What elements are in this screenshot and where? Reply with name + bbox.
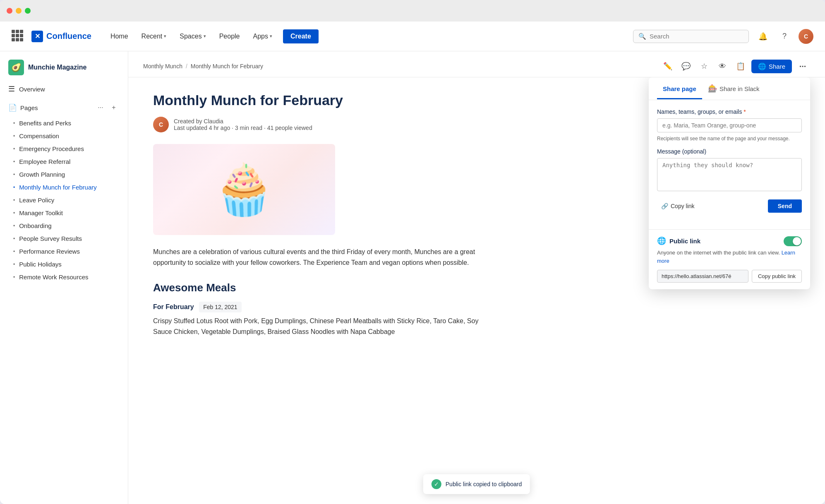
sidebar: 🥑 Munchie Magazine ☰ Overview 📄 Pages ··… — [0, 51, 128, 504]
share-hint: Recipients will see the name of the page… — [657, 136, 802, 142]
page-stats: Last updated 4 hr ago · 3 min read · 41 … — [174, 125, 312, 131]
nav-people[interactable]: People — [213, 29, 246, 43]
names-label: Names, teams, groups, or emails * — [657, 108, 802, 115]
date-badge: Feb 12, 2021 — [199, 302, 242, 312]
sidebar-pages-title: 📄 Pages — [8, 103, 38, 112]
content-area: Monthly Munch / Monthly Munch for Februa… — [128, 51, 825, 504]
navbar: ✕ Confluence Home Recent ▾ Spaces ▾ Peop… — [0, 22, 825, 51]
sidebar-item-benefits[interactable]: Benefits and Perks — [0, 117, 128, 130]
create-button[interactable]: Create — [283, 29, 319, 43]
nav-recent[interactable]: Recent ▾ — [136, 29, 173, 43]
meals-intro: For February Feb 12, 2021 — [153, 302, 484, 312]
meta-info: Created by Claudia Last updated 4 hr ago… — [174, 118, 312, 131]
comment-button[interactable]: 💬 — [679, 59, 693, 74]
send-button[interactable]: Send — [768, 199, 802, 213]
search-box[interactable]: 🔍 — [633, 30, 749, 43]
copy-button[interactable]: 📋 — [733, 59, 748, 74]
sidebar-item-emergency[interactable]: Emergency Procedures — [0, 142, 128, 155]
sidebar-item-manager[interactable]: Manager Toolkit — [0, 206, 128, 219]
space-header: 🥑 Munchie Magazine — [0, 51, 128, 80]
sidebar-item-leave[interactable]: Leave Policy — [0, 194, 128, 206]
help-button[interactable]: ? — [777, 29, 792, 44]
toast-message: Public link copied to clipboard — [446, 481, 522, 487]
cupcake-icon: 🧁 — [213, 161, 275, 219]
nav-apps[interactable]: Apps ▾ — [247, 29, 278, 43]
public-link-section: 🌐 Public link Anyone on the internet wit… — [649, 236, 810, 289]
sidebar-item-people-survey[interactable]: People Survey Results — [0, 232, 128, 245]
breadcrumb-parent[interactable]: Monthly Munch — [143, 63, 182, 70]
globe-icon: 🌐 — [758, 62, 766, 70]
share-tabs: Share page 🎰 Share in Slack — [649, 77, 810, 100]
public-link-title: Public link — [669, 238, 700, 245]
copy-link-button[interactable]: 🔗 Copy link — [657, 200, 699, 212]
spaces-chevron-icon: ▾ — [204, 34, 206, 39]
sidebar-item-referral[interactable]: Employee Referral — [0, 155, 128, 168]
page-featured-image: 🧁 — [153, 144, 335, 235]
nav-home[interactable]: Home — [105, 29, 134, 43]
pages-icon: 📄 — [8, 103, 17, 112]
sidebar-item-compensation[interactable]: Compensation — [0, 130, 128, 142]
breadcrumb: Monthly Munch / Monthly Munch for Februa… — [143, 63, 263, 70]
sidebar-items: Benefits and Perks Compensation Emergenc… — [0, 115, 128, 285]
sidebar-item-growth[interactable]: Growth Planning — [0, 168, 128, 181]
sidebar-item-monthly-munch[interactable]: Monthly Munch for February — [0, 181, 128, 194]
sidebar-item-performance[interactable]: Performance Reviews — [0, 245, 128, 258]
globe-icon: 🌐 — [657, 236, 666, 245]
toast-notification: ✓ Public link copied to clipboard — [423, 474, 530, 494]
link-icon: 🔗 — [661, 203, 668, 209]
watch-button[interactable]: 👁 — [715, 59, 730, 74]
search-input[interactable] — [650, 33, 743, 40]
sidebar-item-onboarding[interactable]: Onboarding — [0, 219, 128, 232]
sidebar-item-remote[interactable]: Remote Work Resources — [0, 271, 128, 283]
share-body: Names, teams, groups, or emails * Recipi… — [649, 100, 810, 229]
toggle-knob — [793, 237, 801, 245]
edit-button[interactable]: ✏️ — [660, 59, 675, 74]
message-textarea[interactable] — [657, 158, 802, 191]
app-window: ✕ Confluence Home Recent ▾ Spaces ▾ Peop… — [0, 0, 825, 504]
close-button[interactable] — [7, 8, 12, 14]
sidebar-item-holidays[interactable]: Public Holidays — [0, 258, 128, 271]
required-indicator: * — [743, 108, 746, 115]
recent-chevron-icon: ▾ — [164, 34, 166, 39]
names-input[interactable] — [657, 118, 802, 132]
public-link-header: 🌐 Public link — [657, 236, 802, 246]
page-body: Munches are a celebration of various cul… — [153, 247, 484, 337]
more-options-button[interactable]: ··· — [795, 59, 810, 74]
sidebar-pages-header: 📄 Pages ··· + — [0, 98, 128, 115]
breadcrumb-current: Monthly Munch for February — [191, 63, 263, 70]
overview-icon: ☰ — [8, 84, 15, 94]
public-link-row: https://hello.atlassian.net/67é Copy pub… — [657, 270, 802, 283]
logo-icon: ✕ — [31, 31, 43, 42]
user-avatar[interactable]: C — [799, 29, 813, 44]
author-label: Created by Claudia — [174, 118, 312, 125]
public-link-desc: Anyone on the internet with the public l… — [657, 249, 802, 265]
page-toolbar: Monthly Munch / Monthly Munch for Februa… — [128, 51, 825, 77]
tab-share-slack[interactable]: 🎰 Share in Slack — [702, 77, 765, 100]
title-bar — [0, 0, 825, 22]
sidebar-overview[interactable]: ☰ Overview — [0, 80, 128, 98]
section-title: Awesome Meals — [153, 279, 484, 297]
copy-public-link-button[interactable]: Copy public link — [752, 270, 802, 283]
public-link-toggle[interactable] — [784, 236, 802, 246]
space-name: Munchie Magazine — [28, 64, 86, 71]
author-avatar: C — [153, 117, 169, 132]
main-layout: 🥑 Munchie Magazine ☰ Overview 📄 Pages ··… — [0, 51, 825, 504]
public-link-title-area: 🌐 Public link — [657, 236, 700, 245]
nav-spaces[interactable]: Spaces ▾ — [174, 29, 211, 43]
sidebar-add-button[interactable]: + — [108, 102, 120, 113]
meals-list: Crispy Stuffed Lotus Root with Pork, Egg… — [153, 316, 484, 337]
notifications-button[interactable]: 🔔 — [755, 29, 770, 44]
message-label: Message (optional) — [657, 148, 802, 155]
confluence-logo[interactable]: ✕ Confluence — [31, 31, 91, 42]
star-button[interactable]: ☆ — [697, 59, 712, 74]
toast-success-icon: ✓ — [432, 479, 441, 489]
minimize-button[interactable] — [16, 8, 22, 14]
tab-share-page[interactable]: Share page — [657, 79, 702, 99]
maximize-button[interactable] — [25, 8, 31, 14]
public-link-url: https://hello.atlassian.net/67é — [657, 270, 748, 283]
sidebar-more-button[interactable]: ··· — [95, 102, 106, 113]
share-button[interactable]: 🌐 Share — [751, 60, 792, 73]
apps-grid-icon[interactable] — [12, 30, 25, 43]
nav-items: Home Recent ▾ Spaces ▾ People Apps ▾ Cre… — [105, 29, 633, 43]
page-content: Monthly Munch for February C Created by … — [128, 77, 825, 504]
